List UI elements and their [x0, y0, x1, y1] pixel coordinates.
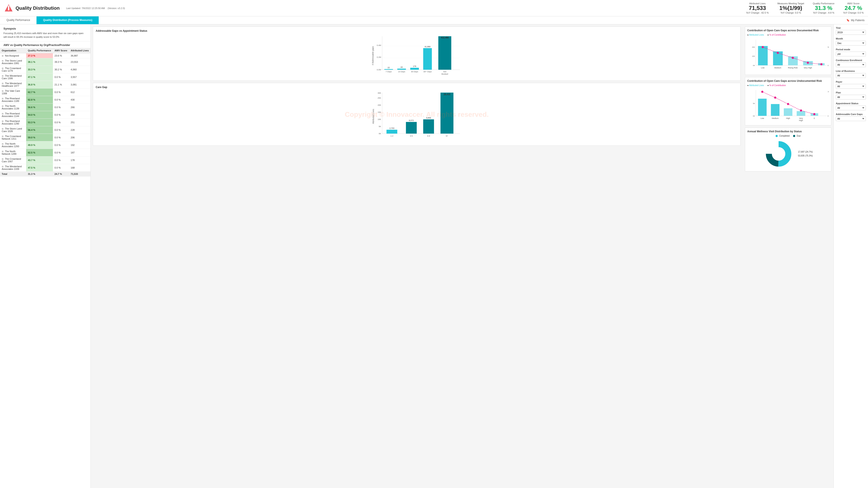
filter-month-select[interactable]: Dec — [836, 41, 866, 45]
middle-panel: Addressable Gaps vs Appointment Status #… — [91, 24, 743, 488]
qp-value: 62.7 % — [26, 89, 53, 96]
expand-icon[interactable]: ⊞ — [2, 90, 3, 92]
svg-text:High: High — [786, 117, 790, 119]
tab-bar: Quality Performance Quality Distribution… — [0, 17, 868, 24]
expand-icon[interactable]: ⊞ — [2, 60, 3, 62]
expand-icon[interactable]: ⊞ — [2, 150, 3, 153]
lives-value: 71,533 — [69, 171, 91, 176]
awv-donut-svg — [764, 139, 794, 169]
last-updated: Last Updated: 7/6/2022 12:25:50 AM — [66, 7, 105, 9]
expand-icon[interactable]: ⊞ — [2, 97, 3, 100]
table-row[interactable]: ⊞ The North Associates 1139 56.6 % 0.0 %… — [0, 104, 91, 111]
qp-value: 56.6 % — [26, 104, 53, 111]
table-row[interactable]: ⊞ The Crownland Network 1311 59.0 % 0.0 … — [0, 134, 91, 141]
logo — [4, 4, 13, 12]
awv-value: 0.0 % — [53, 141, 69, 149]
svg-rect-78 — [771, 104, 779, 116]
expand-icon[interactable]: ⊞ — [2, 120, 3, 122]
qp-value: 27.3 % — [26, 53, 53, 58]
svg-point-90 — [787, 103, 789, 105]
lives-value: 4,060 — [69, 66, 91, 73]
expand-icon[interactable]: ⊞ — [2, 105, 3, 107]
filter-acg-select[interactable]: All — [836, 116, 866, 121]
org-name: ⊞ The Storm Land Associates 1081 — [0, 58, 26, 66]
table-row[interactable]: ⊞ The Vale Care 1308 62.7 % 0.0 % 612 — [0, 89, 91, 96]
expand-icon[interactable]: ⊞ — [2, 75, 3, 77]
version: (Version: v3.2.0) — [107, 7, 125, 9]
org-name: ⊞ The Crownland Care 1567 — [0, 157, 26, 164]
legend-completed: Completed — [776, 135, 789, 137]
table-row[interactable]: ⊞ The Storm Land Associates 1081 38.1 % … — [0, 58, 91, 66]
filter-period-select[interactable]: ytd — [836, 52, 866, 56]
table-row[interactable]: ⊞ The Storm Land Care 1026 56.4 % 0.0 % … — [0, 126, 91, 134]
stat-value-2: 31.3 % — [813, 5, 834, 11]
expand-icon[interactable]: ⊞ — [2, 67, 3, 69]
expand-icon[interactable]: ⊞ — [2, 112, 3, 115]
filter-plan: Plan All — [836, 91, 866, 99]
lives-value: 251 — [69, 119, 91, 126]
stat-item-0: Attributed Lives 71,533 YoY Change: -42.… — [746, 2, 769, 14]
stat-value-1: 1%(1/99) — [777, 5, 804, 11]
filter-appt-label: Appointment Status — [836, 102, 866, 105]
svg-text:Not: Not — [443, 71, 446, 73]
expand-icon[interactable]: ⊞ — [2, 135, 3, 137]
table-row[interactable]: ⊞ The Riverland Associates 1290 53.3 % 0… — [0, 119, 91, 126]
awv-value: 0.0 % — [53, 149, 69, 157]
table-row[interactable]: ⊞ The Crownland Care 1567 43.7 % 0.0 % 1… — [0, 157, 91, 164]
svg-text:50 %: 50 % — [828, 46, 829, 48]
filter-payer: Payer All — [836, 80, 866, 89]
awv-value: 0.0 % — [53, 134, 69, 141]
expand-icon[interactable]: ⊞ — [2, 165, 3, 168]
tab-my-patients[interactable]: 🔖 My Patients — [843, 17, 868, 24]
filter-lob-select[interactable]: All — [836, 73, 866, 78]
filter-plan-label: Plan — [836, 91, 866, 94]
table-row[interactable]: ⊞ The Riverland Associates 1189 62.8 % 0… — [0, 96, 91, 104]
svg-text:3-5: 3-5 — [410, 135, 413, 137]
org-name: ⊞ The Crownland Network 1311 — [0, 134, 26, 141]
filter-plan-select[interactable]: All — [836, 95, 866, 99]
expand-icon[interactable]: ⊞ — [2, 158, 3, 160]
table-row[interactable]: ⊞ The Westerland Care 1306 47.1 % 0.0 % … — [0, 73, 91, 81]
header-meta: Last Updated: 7/6/2022 12:25:50 AM (Vers… — [64, 7, 125, 9]
qp-value: 47.5 % — [26, 164, 53, 171]
svg-rect-18 — [410, 68, 419, 70]
tab-quality-performance[interactable]: Quality Performance — [0, 17, 36, 24]
svg-text:44: 44 — [400, 66, 403, 68]
filter-year-select[interactable]: 2019 — [836, 30, 866, 35]
table-row[interactable]: ⊞ The North Network 1289 62.5 % 0.0 % 18… — [0, 149, 91, 157]
table-row[interactable]: Total 31.3 % 24.7 % 71,533 — [0, 171, 91, 176]
svg-text:0: 0 — [814, 117, 815, 119]
filter-appt-select[interactable]: All — [836, 105, 866, 110]
qp-value: 59.0 % — [26, 134, 53, 141]
table-row[interactable]: ⊞ The North Associates 1293 49.9 % 0.0 %… — [0, 141, 91, 149]
filter-panel: Year 2019 Month Dec Period mode ytd Cont… — [833, 24, 868, 488]
stat-change-3: YoY Change: 0.0 % — [843, 11, 864, 14]
tab-quality-distribution[interactable]: Quality Distribution (Process Measures) — [36, 17, 99, 24]
awv-value: 0.0 % — [53, 89, 69, 96]
awv-value: 24.7 % — [53, 171, 69, 176]
table-row[interactable]: ⊞ The Riverland Associates 1144 54.0 % 0… — [0, 111, 91, 119]
expand-icon[interactable]: ⊞ — [2, 128, 3, 130]
table-row[interactable]: ⊞ The Crownland Care 1279 33.3 % 30.2 % … — [0, 66, 91, 73]
care-gap-title: Care Gap — [96, 86, 738, 89]
svg-text:0K: 0K — [753, 65, 755, 66]
awv-value: 0.0 % — [53, 73, 69, 81]
svg-rect-12 — [384, 69, 393, 70]
table-row[interactable]: ⊞ Not Assigned 27.3 % 23.6 % 36,887 — [0, 53, 91, 58]
svg-text:0.2M: 0.2M — [377, 56, 381, 58]
org-name: ⊞ The Westerland Care 1306 — [0, 73, 26, 81]
expand-icon[interactable]: ⊞ — [2, 55, 3, 57]
svg-text:8,072: 8,072 — [409, 119, 414, 122]
bookmark-icon: 🔖 — [846, 19, 850, 22]
table-row[interactable]: ⊞ The Westerland Healthcare 1477 36.8 % … — [0, 81, 91, 89]
stat-change-2: YoY Change: -4.8 % — [813, 11, 834, 14]
lives-value: 36,887 — [69, 53, 91, 58]
filter-ce-select[interactable]: All — [836, 62, 866, 67]
table-row[interactable]: ⊞ The Westerland Associates 1339 47.5 % … — [0, 164, 91, 171]
svg-text:Rising Risk: Rising Risk — [788, 67, 798, 69]
expand-icon[interactable]: ⊞ — [2, 143, 3, 145]
org-name: ⊞ The Storm Land Care 1026 — [0, 126, 26, 134]
svg-text:Low: Low — [761, 117, 764, 119]
expand-icon[interactable]: ⊞ — [2, 82, 3, 85]
filter-payer-select[interactable]: All — [836, 84, 866, 89]
